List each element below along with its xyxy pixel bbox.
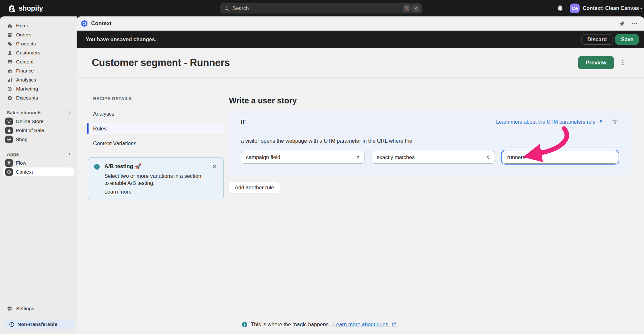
if-label: IF bbox=[241, 119, 246, 126]
external-link-icon bbox=[597, 120, 602, 125]
rules-learn-more-label: Learn more about rules. bbox=[333, 321, 390, 328]
sidebar-item-point-of-sale[interactable]: Point of Sale bbox=[3, 126, 74, 135]
utm-field-select[interactable]: campaign field bbox=[241, 151, 365, 164]
save-button[interactable]: Save bbox=[615, 34, 639, 45]
bar-chart-icon bbox=[7, 77, 13, 83]
match-operator-value: exactly matches bbox=[377, 154, 415, 160]
image-icon bbox=[7, 59, 13, 65]
sidebar-item-home[interactable]: Home bbox=[0, 21, 77, 30]
sidebar-item-finance[interactable]: Finance bbox=[0, 66, 77, 75]
rules-learn-more-link[interactable]: Learn more about rules. bbox=[333, 321, 396, 328]
sidebar-item-discounts[interactable]: Discounts bbox=[0, 93, 77, 102]
pin-app-button[interactable] bbox=[618, 20, 626, 27]
context-app-header-icon bbox=[80, 20, 88, 27]
banner-close-button[interactable]: ✕ bbox=[211, 163, 218, 170]
search-input[interactable]: Search ⌘ K bbox=[220, 3, 422, 14]
match-operator-select[interactable]: exactly matches bbox=[372, 151, 495, 164]
shopify-logo[interactable]: shopify bbox=[8, 4, 43, 13]
ab-banner-title: A/B testing 🚀 bbox=[104, 163, 207, 170]
sidebar-item-analytics[interactable]: Analytics bbox=[0, 75, 77, 84]
store-account-menu[interactable]: Ce Context: Clean Canvas - ... bbox=[570, 4, 641, 13]
ab-testing-banner: A/B testing 🚀 Select two or more variati… bbox=[88, 157, 224, 200]
online-store-icon bbox=[5, 118, 13, 125]
sidebar-item-products[interactable]: Products bbox=[0, 39, 77, 48]
sidebar-item-online-store[interactable]: Online Store bbox=[3, 117, 74, 126]
rules-editor: Write a user story IF Learn more about t… bbox=[229, 96, 630, 334]
sidebar-item-customers[interactable]: Customers bbox=[0, 48, 77, 57]
flow-app-icon bbox=[5, 159, 13, 167]
search-icon bbox=[224, 6, 230, 11]
sidebar-item-label: Finance bbox=[16, 68, 34, 74]
discard-button[interactable]: Discard bbox=[582, 34, 613, 45]
utm-value-input[interactable] bbox=[502, 151, 618, 164]
k-keycap: K bbox=[412, 5, 420, 12]
person-icon bbox=[7, 50, 13, 56]
dashed-divider bbox=[241, 131, 618, 131]
page-title: Customer segment - Runners bbox=[92, 57, 230, 69]
add-another-rule-button[interactable]: Add another rule bbox=[229, 182, 280, 193]
shopify-bag-icon bbox=[8, 4, 16, 13]
sales-channels-header[interactable]: Sales channels bbox=[0, 108, 77, 117]
info-icon bbox=[242, 321, 248, 328]
utm-rule-learn-more-link[interactable]: Learn more about the UTM parameters rule bbox=[496, 119, 602, 125]
sidebar-item-context[interactable]: Context bbox=[3, 167, 74, 177]
search-placeholder: Search bbox=[232, 5, 401, 11]
shop-icon bbox=[5, 136, 13, 143]
sidebar-item-content[interactable]: Content bbox=[0, 57, 77, 66]
if-rule-card: IF Learn more about the UTM parameters r… bbox=[229, 110, 630, 175]
sidebar-item-label: Online Store bbox=[16, 119, 43, 124]
app-title: Context bbox=[91, 20, 111, 27]
app-header: Context bbox=[77, 16, 644, 31]
select-caret-icon bbox=[486, 155, 491, 160]
sidebar-item-orders[interactable]: Orders bbox=[0, 30, 77, 39]
sidebar-item-label: Analytics bbox=[16, 77, 36, 83]
sales-channels-label: Sales channels bbox=[7, 110, 42, 115]
sidebar-item-label: Marketing bbox=[16, 86, 38, 92]
utm-field-value: campaign field bbox=[246, 154, 280, 160]
home-icon bbox=[7, 23, 13, 29]
info-icon bbox=[9, 322, 14, 327]
unsaved-changes-bar: You have unsaved changes. Discard Save bbox=[77, 31, 644, 48]
target-icon bbox=[7, 86, 13, 92]
recipe-tab-label: Rules bbox=[93, 126, 107, 132]
magic-footer-note: This is where the magic happens. Learn m… bbox=[242, 321, 630, 328]
page-more-button[interactable] bbox=[619, 59, 627, 66]
sidebar-item-label: Context bbox=[16, 169, 33, 175]
store-avatar: Ce bbox=[570, 4, 580, 13]
recipe-tab-label: Content Variations bbox=[93, 140, 137, 147]
recipe-tab-analytics[interactable]: Analytics bbox=[88, 108, 224, 119]
utm-link-label: Learn more about the UTM parameters rule bbox=[496, 119, 595, 125]
sidebar-item-label: Customers bbox=[16, 50, 40, 56]
preview-button[interactable]: Preview bbox=[578, 56, 614, 69]
notifications-bell-button[interactable] bbox=[556, 4, 564, 12]
page-body: RECIPE DETAILS Analytics Rules Content V… bbox=[77, 78, 644, 334]
recipe-tab-rules[interactable]: Rules bbox=[88, 123, 224, 134]
apps-header[interactable]: Apps bbox=[0, 149, 77, 158]
sidebar-item-label: Flow bbox=[16, 160, 26, 166]
sidebar-item-label: Discounts bbox=[16, 95, 38, 101]
store-status-badge[interactable]: Non-transferable bbox=[5, 320, 74, 329]
cmd-keycap: ⌘ bbox=[403, 5, 411, 12]
recipe-details-heading: RECIPE DETAILS bbox=[88, 96, 224, 101]
status-badge-label: Non-transferable bbox=[17, 321, 57, 327]
ab-learn-more-link[interactable]: Learn more bbox=[104, 189, 131, 195]
discount-icon bbox=[7, 95, 13, 101]
unsaved-changes-message: You have unsaved changes. bbox=[86, 36, 156, 43]
ab-banner-body: Select two or more variations in a secti… bbox=[104, 172, 207, 187]
select-caret-icon bbox=[355, 155, 360, 160]
horizontal-dots-icon bbox=[631, 21, 638, 27]
tag-icon bbox=[7, 41, 13, 47]
sidebar-item-label: Orders bbox=[16, 32, 31, 38]
sidebar-item-settings[interactable]: Settings bbox=[0, 304, 77, 313]
bank-icon bbox=[7, 68, 13, 74]
sidebar-item-shop[interactable]: Shop bbox=[3, 135, 74, 144]
recipe-tab-content-variations[interactable]: Content Variations bbox=[88, 138, 224, 149]
page-header: Customer segment - Runners Preview bbox=[77, 48, 644, 78]
sidebar-item-flow[interactable]: Flow bbox=[3, 158, 74, 167]
app-header-more-button[interactable] bbox=[631, 20, 638, 27]
point-of-sale-icon bbox=[5, 127, 13, 134]
sidebar-item-marketing[interactable]: Marketing bbox=[0, 84, 77, 93]
footer-note-text: This is where the magic happens. bbox=[251, 321, 330, 328]
delete-rule-button[interactable] bbox=[611, 118, 618, 126]
sidebar: Home Orders Products Customers Content F… bbox=[0, 16, 77, 334]
